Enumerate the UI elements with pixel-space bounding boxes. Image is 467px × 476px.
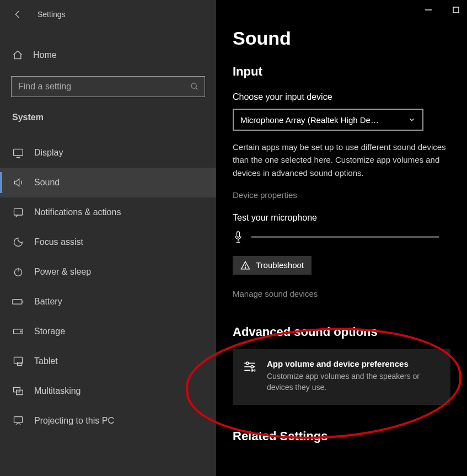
- svg-rect-2: [14, 208, 23, 215]
- nav-label: Display: [34, 148, 63, 158]
- sidebar-section-label: System: [0, 97, 216, 127]
- card-title: App volume and device preferences: [267, 359, 441, 368]
- choose-input-label: Choose your input device: [233, 92, 450, 102]
- svg-rect-1: [14, 149, 23, 156]
- main-content: Sound Input Choose your input device Mic…: [216, 0, 467, 476]
- search-input-container[interactable]: [11, 76, 205, 97]
- warning-icon: [240, 260, 250, 270]
- svg-rect-12: [453, 7, 459, 13]
- sidebar-item-sound[interactable]: Sound: [0, 168, 216, 197]
- chevron-down-icon: [408, 116, 416, 124]
- svg-rect-9: [14, 387, 20, 392]
- storage-icon: [12, 325, 24, 338]
- display-icon: [12, 147, 24, 159]
- svg-rect-13: [237, 232, 240, 237]
- nav-label: Notifications & actions: [34, 207, 121, 217]
- card-subtitle: Customize app volumes and the speakers o…: [267, 371, 441, 393]
- mic-test-row: [233, 231, 450, 244]
- sidebar-item-display[interactable]: Display: [0, 138, 216, 168]
- related-settings-heading: Related Settings: [233, 429, 450, 443]
- home-icon: [12, 50, 23, 61]
- projecting-icon: [12, 415, 24, 427]
- sidebar: Settings Home System Display: [0, 0, 216, 476]
- nav-label: Battery: [34, 297, 62, 307]
- home-label: Home: [33, 50, 57, 60]
- svg-point-0: [191, 83, 196, 88]
- input-device-note: Certain apps may be set up to use differ…: [233, 141, 450, 179]
- battery-icon: [12, 296, 24, 308]
- multitasking-icon: [12, 385, 24, 397]
- test-mic-label: Test your microphone: [233, 213, 450, 223]
- svg-rect-7: [14, 357, 23, 364]
- nav-label: Storage: [34, 327, 65, 336]
- microphone-icon: [233, 231, 244, 244]
- troubleshoot-button[interactable]: Troubleshoot: [233, 256, 312, 275]
- page-title: Sound: [233, 28, 450, 49]
- home-nav[interactable]: Home: [0, 40, 216, 71]
- nav-label: Sound: [34, 178, 60, 188]
- settings-window: Settings Home System Display: [0, 0, 467, 476]
- sidebar-item-power-sleep[interactable]: Power & sleep: [0, 257, 216, 287]
- sidebar-nav: Display Sound Notifications & actions Fo…: [0, 138, 216, 436]
- power-icon: [12, 266, 24, 278]
- svg-point-14: [245, 268, 245, 268]
- sidebar-item-notifications[interactable]: Notifications & actions: [0, 197, 216, 227]
- mic-level-bar: [251, 236, 439, 238]
- nav-label: Power & sleep: [34, 267, 91, 277]
- app-volume-preferences-card[interactable]: App volume and device preferences Custom…: [233, 349, 450, 405]
- nav-label: Focus assist: [34, 237, 83, 247]
- input-heading: Input: [233, 65, 450, 79]
- sliders-icon: [243, 359, 257, 375]
- svg-rect-10: [17, 390, 23, 394]
- tablet-icon: [12, 355, 24, 367]
- svg-point-6: [20, 331, 22, 332]
- sound-icon: [12, 177, 24, 189]
- svg-rect-4: [13, 299, 22, 304]
- nav-label: Projecting to this PC: [34, 416, 114, 426]
- sidebar-item-storage[interactable]: Storage: [0, 317, 216, 346]
- troubleshoot-label: Troubleshoot: [256, 260, 304, 270]
- maximize-button[interactable]: [450, 4, 461, 15]
- svg-point-16: [251, 366, 253, 368]
- input-device-dropdown[interactable]: Microphone Array (Realtek High De…: [233, 109, 423, 131]
- sidebar-item-projecting[interactable]: Projecting to this PC: [0, 406, 216, 436]
- device-properties-link[interactable]: Device properties: [233, 190, 450, 200]
- window-controls: [423, 4, 461, 15]
- svg-rect-11: [14, 417, 23, 423]
- search-wrap: [11, 76, 205, 97]
- sidebar-item-focus-assist[interactable]: Focus assist: [0, 227, 216, 257]
- nav-label: Tablet: [34, 356, 58, 366]
- notifications-icon: [12, 206, 24, 218]
- advanced-sound-heading: Advanced sound options: [233, 325, 450, 339]
- manage-sound-devices-link[interactable]: Manage sound devices: [233, 289, 450, 298]
- card-text: App volume and device preferences Custom…: [267, 359, 441, 393]
- nav-label: Multitasking: [34, 386, 80, 396]
- back-icon[interactable]: [11, 8, 24, 21]
- sidebar-item-battery[interactable]: Battery: [0, 287, 216, 317]
- search-input[interactable]: [18, 82, 184, 92]
- app-title: Settings: [37, 10, 66, 19]
- focus-assist-icon: [12, 236, 24, 248]
- sidebar-header: Settings: [0, 0, 216, 29]
- sidebar-item-tablet[interactable]: Tablet: [0, 346, 216, 376]
- sidebar-item-multitasking[interactable]: Multitasking: [0, 376, 216, 406]
- minimize-button[interactable]: [423, 4, 434, 15]
- svg-point-15: [246, 362, 249, 364]
- dropdown-value: Microphone Array (Realtek High De…: [240, 115, 379, 125]
- search-icon: [190, 82, 199, 91]
